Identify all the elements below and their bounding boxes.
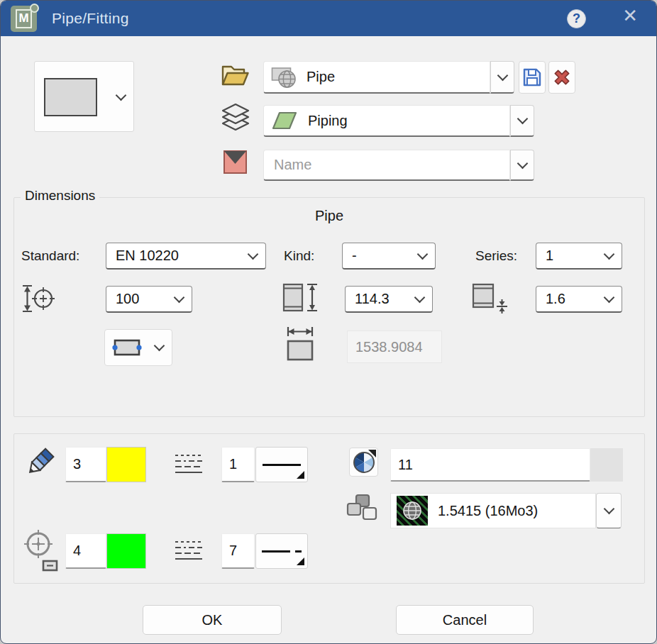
line-styles-icon: [174, 539, 204, 563]
point-pen-color-swatch[interactable]: [106, 533, 146, 569]
hatch-extra-box: [590, 448, 623, 482]
connection-shape-icon: [112, 338, 142, 357]
titlebar: M Pipe/Fitting ? ✕: [1, 1, 656, 36]
chevron-down-icon: [497, 70, 508, 81]
layer-value: Piping: [308, 113, 348, 129]
series-select[interactable]: 1: [536, 243, 622, 270]
preview-dropdown[interactable]: [34, 61, 134, 132]
close-button[interactable]: ✕: [622, 6, 638, 25]
help-button[interactable]: ?: [567, 9, 586, 28]
catalog-dropdown-button[interactable]: [490, 61, 514, 94]
material-dropdown-button[interactable]: [596, 493, 622, 528]
style-groupbox: 1.5415 (16Mo3): [13, 433, 645, 584]
material-combobox[interactable]: 1.5415 (16Mo3): [390, 493, 596, 528]
ok-button[interactable]: OK: [143, 605, 282, 635]
app-badge: M: [16, 9, 32, 28]
delete-icon: [551, 67, 573, 88]
wall-thickness-value: 1.6: [546, 291, 565, 307]
chevron-down-icon: [417, 248, 429, 260]
pen-icon: [23, 444, 58, 479]
series-label: Series:: [475, 248, 517, 264]
nominal-size-select[interactable]: 100: [106, 286, 192, 313]
chevron-down-icon: [174, 292, 185, 303]
dimensions-group-label: Dimensions: [21, 188, 99, 204]
name-dropdown-button[interactable]: [510, 150, 534, 181]
outer-diameter-value: 114.3: [355, 291, 390, 307]
chevron-down-icon: [603, 504, 614, 515]
length-readonly-field: 1538.9084: [347, 331, 442, 363]
standard-value: EN 10220: [116, 248, 179, 264]
pen-color-swatch[interactable]: [106, 447, 146, 482]
folder-open-icon: [221, 62, 250, 89]
wall-thickness-select[interactable]: 1.6: [536, 286, 622, 313]
chevron-down-icon: [414, 292, 426, 303]
delete-button[interactable]: [548, 61, 575, 94]
point-line-style-number-input[interactable]: [221, 533, 255, 569]
name-marker-icon: [223, 149, 248, 175]
nominal-size-icon: [21, 283, 55, 314]
chevron-down-icon: [517, 157, 528, 169]
connection-shape-select[interactable]: [104, 329, 172, 366]
line-style-button[interactable]: [255, 447, 308, 482]
standard-label: Standard:: [21, 248, 79, 264]
app-icon-orb: [30, 4, 39, 13]
dropdown-corner-icon: [297, 557, 304, 565]
layers-icon: [221, 101, 250, 135]
pipe-fitting-dialog: M Pipe/Fitting ? ✕ Pipe: [0, 0, 657, 644]
point-line-style-button[interactable]: [255, 533, 308, 569]
material-swatch: [397, 496, 428, 526]
material-value: 1.5415 (16Mo3): [438, 503, 538, 519]
dropdown-corner-icon: [368, 450, 376, 457]
dropdown-corner-icon: [297, 471, 304, 479]
kind-select[interactable]: -: [342, 243, 436, 270]
save-button[interactable]: [519, 61, 546, 94]
layer-parallelogram-icon: [271, 111, 298, 131]
hatch-pattern-button[interactable]: [349, 448, 378, 477]
dimensions-groupbox: Dimensions Pipe Standard: EN 10220 Kind:…: [13, 197, 645, 417]
save-icon: [522, 67, 542, 87]
catalog-combobox[interactable]: Pipe: [263, 61, 490, 94]
material-swatch-globe-icon: [402, 501, 422, 521]
nominal-size-value: 100: [116, 291, 139, 307]
catalog-value: Pipe: [307, 69, 335, 85]
name-input[interactable]: [264, 150, 509, 179]
wall-thickness-icon: [472, 283, 510, 316]
series-value: 1: [546, 248, 553, 264]
chevron-down-icon: [154, 340, 165, 352]
chevron-down-icon: [248, 248, 259, 260]
kind-value: -: [352, 248, 357, 264]
chevron-down-icon: [604, 248, 615, 260]
chevron-down-icon: [116, 90, 127, 101]
cancel-button[interactable]: Cancel: [396, 605, 534, 635]
name-combobox[interactable]: [263, 150, 510, 181]
pen-number-input[interactable]: [65, 447, 106, 482]
length-icon: [286, 326, 314, 364]
material-icon: [346, 494, 379, 526]
outer-diameter-select[interactable]: 114.3: [345, 286, 433, 313]
dimensions-section-title: Pipe: [14, 208, 644, 224]
chevron-down-icon: [517, 113, 528, 125]
line-styles-icon: [174, 453, 204, 477]
app-icon: M: [11, 6, 37, 32]
point-symbol-icon: [23, 528, 61, 573]
preview-shape: [44, 78, 97, 116]
outer-diameter-icon: [282, 282, 319, 314]
kind-label: Kind:: [284, 248, 314, 264]
hatch-number-input[interactable]: [390, 448, 590, 482]
catalog-globe-icon: [271, 66, 297, 89]
line-style-preview-dash: [295, 550, 302, 553]
layer-combobox[interactable]: Piping: [263, 105, 510, 137]
line-style-number-input[interactable]: [221, 447, 255, 482]
window-title: Pipe/Fitting: [52, 10, 129, 27]
line-style-preview: [263, 464, 301, 466]
layer-dropdown-button[interactable]: [510, 105, 534, 137]
standard-select[interactable]: EN 10220: [106, 243, 266, 270]
chevron-down-icon: [604, 292, 615, 303]
point-pen-number-input[interactable]: [65, 533, 106, 569]
line-style-preview: [262, 550, 290, 553]
